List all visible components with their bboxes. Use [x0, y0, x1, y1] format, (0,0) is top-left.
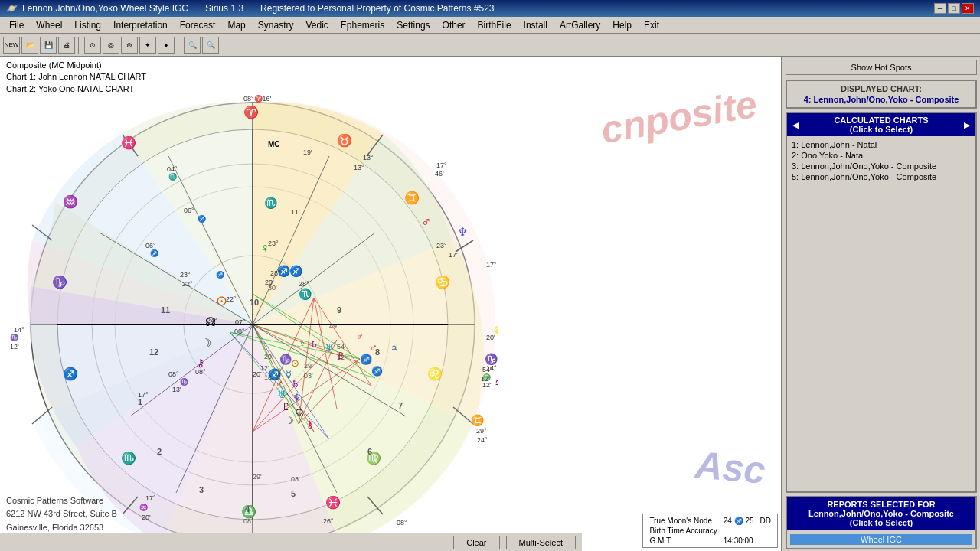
menu-item-settings[interactable]: Settings [390, 18, 436, 32]
menu-item-interpretation[interactable]: Interpretation [107, 18, 174, 32]
multi-select-button[interactable]: Multi-Select [506, 536, 576, 549]
composite-watermark: cnposite [598, 82, 761, 153]
menu-item-listing[interactable]: Listing [68, 18, 107, 32]
reports-body: Wheel IGC [787, 530, 975, 548]
svg-text:♑: ♑ [485, 353, 498, 366]
displayed-chart-section: DISPLAYED CHART: 4: Lennon,John/Ono,Yoko… [786, 80, 977, 109]
menu-item-map[interactable]: Map [221, 18, 251, 32]
svg-text:46': 46' [435, 170, 444, 178]
menu-item-artgallery[interactable]: ArtGallery [554, 18, 606, 32]
svg-text:17°: 17° [486, 261, 497, 269]
calc-chart-item-1[interactable]: 2: Ono,Yoko - Natal [790, 150, 972, 161]
calc-chart-item-0[interactable]: 1: Lennon,John - Natal [790, 139, 972, 150]
svg-text:♐: ♐ [360, 353, 373, 366]
menu-item-wheel[interactable]: Wheel [30, 18, 68, 32]
svg-text:24°: 24° [207, 317, 217, 324]
calc-charts-header: ◀ CALCULATED CHARTS (Click to Select) ▶ [787, 113, 975, 136]
chart-button-3[interactable]: ⊛ [121, 37, 138, 54]
calc-charts-next-arrow[interactable]: ▶ [961, 121, 973, 129]
reports-wheel-igc[interactable]: Wheel IGC [790, 534, 972, 545]
svg-text:12: 12 [149, 347, 158, 357]
menu-item-exit[interactable]: Exit [638, 18, 665, 32]
clear-button[interactable]: Clear [453, 536, 499, 549]
svg-text:⚷: ⚷ [197, 357, 204, 369]
company-name: Cosmic Patterns Software [6, 494, 117, 508]
svg-text:⚷: ⚷ [306, 419, 314, 430]
menu-item-help[interactable]: Help [606, 18, 638, 32]
chart-button-4[interactable]: ✦ [139, 37, 156, 54]
svg-text:04°: 04° [167, 165, 178, 173]
chart-wheel-button[interactable]: ⊙ [84, 37, 101, 54]
minimize-button[interactable]: ─ [934, 3, 946, 14]
svg-text:28°: 28° [299, 280, 309, 288]
svg-text:♐: ♐ [289, 265, 303, 278]
svg-text:♐: ♐ [63, 367, 78, 381]
menu-item-vedic[interactable]: Vedic [299, 18, 334, 32]
menu-item-file[interactable]: File [3, 18, 30, 32]
data-value-1: 24 ♐ 25 [720, 516, 757, 526]
svg-text:20': 20' [486, 334, 495, 341]
svg-text:♅: ♅ [325, 343, 334, 354]
svg-text:13°: 13° [354, 164, 364, 171]
svg-text:06°: 06° [145, 242, 156, 249]
svg-text:♂: ♂ [276, 378, 283, 390]
svg-text:♉: ♉ [337, 133, 352, 148]
right-panel: Show Hot Spots DISPLAYED CHART: 4: Lenno… [781, 57, 980, 551]
svg-text:20': 20' [142, 514, 151, 521]
data-code-2 [757, 526, 774, 536]
data-label-2: Birth Time Accuracy [646, 526, 720, 536]
zoom-out-button[interactable]: 🔍 [202, 37, 219, 54]
svg-text:5: 5 [291, 489, 296, 498]
svg-text:♈: ♈ [243, 105, 259, 119]
print-button[interactable]: 🖨 [58, 37, 75, 54]
svg-text:12': 12' [481, 375, 490, 383]
svg-text:6: 6 [368, 447, 372, 456]
svg-text:♂: ♂ [370, 342, 377, 354]
calc-chart-item-2[interactable]: 3: Lennon,John/Ono,Yoko - Composite [790, 161, 972, 171]
calc-charts-prev-arrow[interactable]: ◀ [789, 121, 802, 129]
maximize-button[interactable]: □ [948, 3, 960, 14]
svg-text:9: 9 [337, 305, 341, 315]
toolbar-separator-2 [178, 37, 181, 54]
menu-item-synastry[interactable]: Synastry [252, 18, 300, 32]
svg-text:☽: ☽ [201, 337, 211, 350]
calc-chart-item-3[interactable]: 5: Lennon,John/Ono,Yoko - Composite [790, 171, 972, 182]
svg-text:♂: ♂ [356, 331, 364, 342]
svg-text:♊: ♊ [471, 414, 485, 427]
open-button[interactable]: 📂 [21, 37, 38, 54]
data-label-1: True Moon's Node [646, 516, 720, 526]
menu-item-other[interactable]: Other [436, 18, 472, 32]
svg-text:♋: ♋ [435, 275, 450, 289]
svg-text:17°: 17° [436, 161, 447, 169]
app-version: Sirius 1.3 [205, 3, 243, 14]
svg-text:♅: ♅ [277, 389, 286, 400]
new-button[interactable]: NEW [3, 37, 20, 54]
save-button[interactable]: 💾 [40, 37, 57, 54]
svg-text:♑: ♑ [10, 333, 19, 342]
svg-text:10: 10 [250, 298, 259, 307]
chart-button-5[interactable]: ♦ [158, 37, 175, 54]
menu-item-install[interactable]: Install [518, 18, 554, 32]
svg-text:22°: 22° [226, 295, 237, 303]
menu-item-birthfile[interactable]: BirthFile [472, 18, 518, 32]
svg-text:12': 12' [10, 343, 19, 350]
close-button[interactable]: ✕ [962, 3, 974, 14]
svg-text:13°: 13° [363, 154, 374, 161]
svg-text:♇: ♇ [337, 350, 345, 361]
chart-area: Composite (MC Midpoint) Chart 1: John Le… [0, 57, 781, 551]
menu-item-ephemeris[interactable]: Ephemeris [335, 18, 390, 32]
svg-text:♄: ♄ [310, 339, 318, 350]
svg-text:03': 03' [291, 475, 300, 483]
menu-item-forecast[interactable]: Forecast [174, 18, 222, 32]
main-content: Composite (MC Midpoint) Chart 1: John Le… [0, 57, 980, 551]
svg-text:♐: ♐ [371, 365, 383, 377]
zoom-in-button[interactable]: 🔍 [184, 37, 201, 54]
astrology-wheel: ♈ ♉ ♊ ♋ ♌ ♍ ♎ ♏ ♐ ♑ ♒ ♓ 08°♈16' 13° [8, 87, 498, 551]
svg-text:♆: ♆ [292, 392, 302, 403]
svg-text:29': 29' [253, 473, 262, 481]
svg-text:♒: ♒ [63, 194, 78, 209]
hot-spots-button[interactable]: Show Hot Spots [786, 60, 977, 75]
svg-text:54': 54' [337, 343, 346, 350]
chart-button-2[interactable]: ◎ [103, 37, 119, 54]
svg-text:08°: 08° [195, 368, 206, 376]
